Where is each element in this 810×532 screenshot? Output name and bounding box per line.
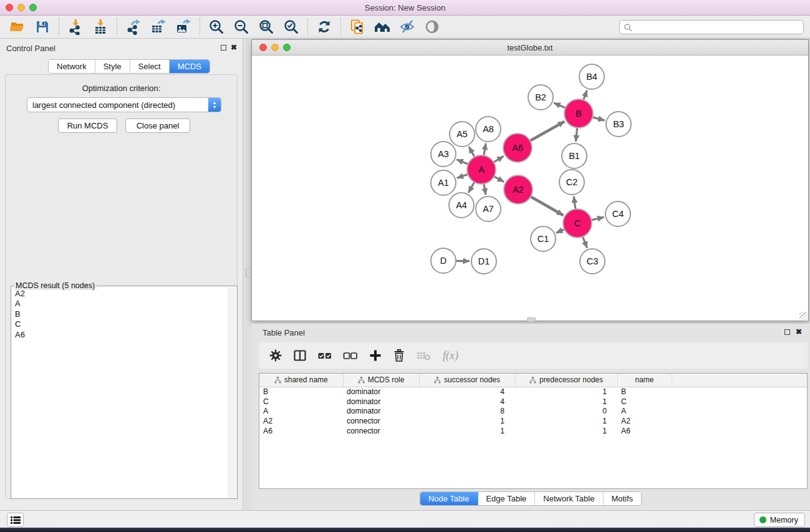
- table-cell-mcds_role[interactable]: dominator: [343, 387, 419, 397]
- table-cell-shared_name[interactable]: A2: [259, 416, 343, 426]
- clone-network-icon[interactable]: [345, 17, 370, 36]
- zoom-selected-icon[interactable]: [279, 17, 304, 36]
- table-row[interactable]: Adominator80A: [259, 407, 807, 417]
- table-cell-shared_name[interactable]: C: [259, 397, 343, 407]
- network-close-button[interactable]: [259, 44, 267, 51]
- mcds-result-list[interactable]: A2ABCA6: [12, 287, 228, 498]
- zoom-in-icon[interactable]: [204, 17, 229, 36]
- table-cell-predecessors[interactable]: 1: [515, 416, 617, 426]
- table-cell-successors[interactable]: 4: [419, 387, 515, 397]
- table-cell-predecessors[interactable]: 1: [515, 397, 617, 407]
- graph-node-B2[interactable]: B2: [528, 85, 553, 110]
- column-header-successor-nodes[interactable]: successor nodes: [419, 374, 515, 387]
- close-table-panel-icon[interactable]: ✖: [796, 327, 802, 336]
- graph-edge-A-A4[interactable]: [468, 182, 474, 193]
- result-item[interactable]: A2: [15, 289, 228, 299]
- tab-motifs[interactable]: Motifs: [603, 492, 641, 505]
- graph-node-C2[interactable]: C2: [559, 170, 584, 195]
- table-cell-shared_name[interactable]: A: [259, 407, 343, 417]
- graph-edge-C-C3[interactable]: [582, 236, 587, 248]
- result-item[interactable]: A6: [15, 330, 228, 340]
- tab-select[interactable]: Select: [130, 60, 170, 73]
- result-scrollbar[interactable]: [228, 287, 236, 498]
- graph-node-A8[interactable]: A8: [476, 117, 501, 142]
- table-cell-mcds_role[interactable]: dominator: [343, 397, 419, 407]
- table-row[interactable]: A2connector11A2: [259, 416, 807, 426]
- table-row[interactable]: Bdominator41B: [259, 387, 807, 397]
- table-cell-predecessors[interactable]: 1: [515, 387, 617, 397]
- graph-node-A6[interactable]: A6: [503, 133, 532, 162]
- result-item[interactable]: C: [15, 319, 228, 329]
- graph-edge-C-C1[interactable]: [556, 230, 564, 233]
- graph-edge-A-A8[interactable]: [484, 143, 486, 156]
- column-header-name[interactable]: name: [617, 374, 672, 387]
- table-cell-shared_name[interactable]: B: [259, 387, 343, 397]
- export-table-icon[interactable]: [146, 17, 171, 36]
- network-minimize-button[interactable]: [271, 44, 279, 51]
- graph-node-A4[interactable]: A4: [449, 193, 474, 218]
- close-window-button[interactable]: [6, 4, 13, 11]
- show-details-icon[interactable]: [420, 17, 445, 36]
- table-cell-successors[interactable]: 1: [419, 426, 515, 436]
- graph-edge-A-A3[interactable]: [456, 160, 468, 165]
- add-row-icon[interactable]: [369, 349, 382, 362]
- tab-network[interactable]: Network: [49, 60, 95, 73]
- table-cell-mcds_role[interactable]: connector: [343, 426, 419, 436]
- graph-edge-B-B4[interactable]: [584, 90, 587, 100]
- deselect-all-icon[interactable]: [343, 349, 358, 362]
- graph-edge-A-A6[interactable]: [494, 156, 504, 162]
- graph-edge-B-B3[interactable]: [592, 117, 605, 120]
- task-history-button[interactable]: [7, 513, 24, 527]
- result-item[interactable]: A: [15, 299, 228, 309]
- export-network-icon[interactable]: [121, 17, 146, 36]
- graph-edge-B-B2[interactable]: [554, 103, 566, 108]
- table-cell-predecessors[interactable]: 0: [515, 407, 617, 417]
- table-cell-name[interactable]: A: [617, 407, 672, 417]
- tab-mcds[interactable]: MCDS: [170, 60, 210, 73]
- table-row[interactable]: Cdominator41C: [259, 397, 807, 407]
- graph-node-A[interactable]: A: [467, 155, 496, 184]
- graph-edge-A6-B[interactable]: [530, 122, 564, 141]
- graph-edge-C-C4[interactable]: [591, 217, 604, 220]
- table-cell-successors[interactable]: 8: [419, 407, 515, 417]
- close-panel-icon[interactable]: ✖: [231, 43, 237, 52]
- tab-network-table[interactable]: Network Table: [535, 492, 603, 505]
- graph-edge-A2-C[interactable]: [531, 196, 563, 215]
- table-row[interactable]: A6connector11A6: [259, 426, 807, 436]
- graph-node-B4[interactable]: B4: [579, 64, 604, 89]
- horizontal-divider-grip[interactable]: [527, 317, 536, 322]
- graph-node-A5[interactable]: A5: [450, 122, 475, 147]
- table-cell-name[interactable]: A6: [617, 426, 672, 436]
- network-maximize-button[interactable]: [283, 44, 291, 51]
- zoom-out-icon[interactable]: [229, 17, 254, 36]
- close-panel-button[interactable]: Close panel: [125, 118, 190, 133]
- graph-edge-A-A2[interactable]: [494, 177, 504, 182]
- graph-edge-A-A5[interactable]: [469, 147, 475, 157]
- search-field[interactable]: [619, 20, 804, 34]
- table-columns-icon[interactable]: [293, 349, 307, 362]
- column-header-mcds-role[interactable]: MCDS role: [343, 374, 419, 387]
- table-cell-successors[interactable]: 1: [419, 416, 515, 426]
- table-settings-icon[interactable]: [269, 349, 282, 362]
- table-cell-predecessors[interactable]: 1: [515, 426, 617, 436]
- refresh-icon[interactable]: [312, 17, 337, 36]
- run-mcds-button[interactable]: Run MCDS: [58, 118, 117, 133]
- table-cell-shared_name[interactable]: A6: [259, 426, 343, 436]
- graph-node-B1[interactable]: B1: [562, 143, 587, 168]
- maximize-window-button[interactable]: [29, 4, 37, 11]
- export-image-icon[interactable]: [171, 17, 196, 36]
- vertical-divider-grip[interactable]: [246, 268, 251, 278]
- import-table-icon[interactable]: [88, 17, 113, 36]
- import-network-icon[interactable]: [63, 17, 88, 36]
- network-canvas[interactable]: B4B2BB3A8A5A6A3B1AA1C2A2A4A7C4CC1C3DD1: [252, 56, 808, 321]
- select-all-icon[interactable]: [317, 349, 332, 362]
- column-header-predecessor-nodes[interactable]: predecessor nodes: [515, 374, 617, 387]
- hide-details-icon[interactable]: [395, 17, 420, 36]
- tab-style[interactable]: Style: [95, 60, 130, 73]
- home-icon[interactable]: [370, 17, 395, 36]
- network-window-titlebar[interactable]: testGlobe.txt: [252, 40, 808, 56]
- minimize-window-button[interactable]: [17, 4, 25, 11]
- delete-row-icon[interactable]: [393, 349, 405, 362]
- table-cell-mcds_role[interactable]: dominator: [343, 407, 419, 417]
- graph-node-C3[interactable]: C3: [580, 249, 605, 274]
